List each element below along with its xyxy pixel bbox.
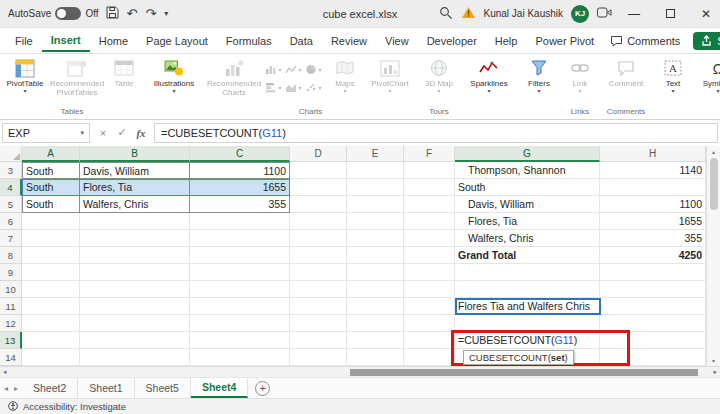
cell[interactable]	[404, 247, 455, 264]
cell-H3[interactable]: 1140	[600, 162, 706, 179]
row-header-12[interactable]: 12	[0, 315, 22, 332]
cell[interactable]	[22, 298, 80, 315]
cell[interactable]	[290, 230, 347, 247]
next-sheet-icon[interactable]: ▸	[14, 384, 18, 393]
recommended-charts-button[interactable]: Recommended Charts	[206, 56, 262, 97]
column-chart-button[interactable]: ▾	[264, 61, 283, 78]
filters-button[interactable]: Filters ▾	[519, 56, 559, 94]
cell[interactable]	[404, 349, 455, 366]
vertical-scrollbar[interactable]: ▴ ▾	[706, 146, 720, 366]
tab-file[interactable]: File	[6, 30, 42, 51]
cell[interactable]	[190, 349, 290, 366]
cell-H7[interactable]: 355	[600, 230, 706, 247]
cell[interactable]	[290, 315, 347, 332]
cell[interactable]	[22, 264, 80, 281]
cell[interactable]	[22, 332, 80, 349]
sparklines-button[interactable]: Sparklines ▾	[463, 56, 515, 94]
cell[interactable]	[600, 315, 706, 332]
insert-function-icon[interactable]: fx	[132, 123, 150, 143]
cell[interactable]	[190, 213, 290, 230]
cell[interactable]	[190, 247, 290, 264]
cell-G7[interactable]: Walfers, Chris	[455, 230, 600, 247]
line-chart-button[interactable]: ▾	[284, 61, 303, 78]
cell[interactable]	[190, 264, 290, 281]
tab-help[interactable]: Help	[486, 30, 527, 51]
search-icon[interactable]	[439, 6, 453, 22]
scroll-right-icon[interactable]: ▸	[713, 368, 717, 376]
row-header-8[interactable]: 8	[0, 247, 22, 264]
row-header-4[interactable]: 4	[0, 179, 22, 196]
row-header-7[interactable]: 7	[0, 230, 22, 247]
cell[interactable]	[22, 315, 80, 332]
maps-button[interactable]: Maps ▾	[325, 56, 365, 94]
row-header-13[interactable]: 13	[0, 332, 22, 349]
horizontal-scroll-thumb[interactable]	[350, 369, 698, 376]
col-header-E[interactable]: E	[347, 146, 404, 162]
cell[interactable]	[404, 281, 455, 298]
cell[interactable]	[600, 298, 706, 315]
cell[interactable]	[600, 281, 706, 298]
cell[interactable]	[347, 332, 404, 349]
cell[interactable]	[347, 230, 404, 247]
cell[interactable]	[404, 162, 455, 179]
cell[interactable]	[404, 315, 455, 332]
cell[interactable]	[80, 264, 190, 281]
tab-developer[interactable]: Developer	[418, 30, 486, 51]
cell[interactable]	[80, 230, 190, 247]
cell[interactable]	[600, 332, 706, 349]
sheet-tab-sheet5[interactable]: Sheet5	[135, 378, 191, 398]
text-button[interactable]: A Text ▾	[655, 56, 691, 94]
recommended-pivottables-button[interactable]: Recommended PivotTables	[48, 56, 106, 97]
cell-G4[interactable]: South	[455, 179, 600, 196]
cell[interactable]	[22, 213, 80, 230]
cell-B3[interactable]: Davis, William	[80, 162, 190, 179]
scroll-up-icon[interactable]: ▴	[712, 148, 715, 155]
col-header-G[interactable]: G	[455, 146, 600, 162]
cell[interactable]	[600, 349, 706, 366]
enter-check-icon[interactable]: ✓	[113, 123, 131, 143]
tab-power-pivot[interactable]: Power Pivot	[526, 30, 603, 51]
cell[interactable]	[80, 349, 190, 366]
cell[interactable]	[80, 332, 190, 349]
tab-home[interactable]: Home	[90, 30, 137, 51]
symbols-button[interactable]: Ω Symbols ▾	[695, 56, 720, 94]
cell[interactable]	[290, 179, 347, 196]
col-header-D[interactable]: D	[290, 146, 347, 162]
cell-G5[interactable]: Davis, William	[455, 196, 600, 213]
accessibility-status[interactable]: Accessibility: Investigate	[23, 401, 126, 412]
formula-input[interactable]: =CUBESETCOUNT(G11)	[154, 123, 718, 143]
cell[interactable]	[22, 230, 80, 247]
cell[interactable]	[455, 315, 600, 332]
undo-icon[interactable]: ↶	[127, 7, 138, 20]
sheet-tab-sheet2[interactable]: Sheet2	[22, 378, 78, 398]
cell[interactable]	[347, 247, 404, 264]
cell[interactable]	[600, 179, 706, 196]
cell[interactable]	[80, 298, 190, 315]
cell[interactable]	[600, 264, 706, 281]
horizontal-scrollbar[interactable]: ◂ ▸	[0, 366, 720, 377]
scroll-down-icon[interactable]: ▾	[712, 357, 715, 364]
close-button[interactable]: ✕	[692, 0, 720, 28]
cell[interactable]	[80, 281, 190, 298]
cell[interactable]	[290, 162, 347, 179]
cell[interactable]	[404, 196, 455, 213]
cell[interactable]	[347, 213, 404, 230]
row-header-10[interactable]: 10	[0, 281, 22, 298]
cell[interactable]	[347, 281, 404, 298]
cell-G13-formula[interactable]: =CUBESETCOUNT(G11)	[455, 332, 600, 349]
sheet-tab-sheet1[interactable]: Sheet1	[78, 378, 134, 398]
cell[interactable]	[80, 247, 190, 264]
row-header-6[interactable]: 6	[0, 213, 22, 230]
cell-C3[interactable]: 1100	[190, 162, 290, 179]
cell[interactable]	[347, 298, 404, 315]
cell[interactable]	[190, 315, 290, 332]
cell[interactable]	[80, 213, 190, 230]
tab-insert[interactable]: Insert	[42, 29, 90, 52]
cell[interactable]	[290, 247, 347, 264]
cell[interactable]	[347, 349, 404, 366]
table-button[interactable]: Table	[106, 56, 142, 88]
cell[interactable]	[404, 332, 455, 349]
tab-data[interactable]: Data	[281, 30, 322, 51]
cell[interactable]	[190, 298, 290, 315]
cell[interactable]	[190, 332, 290, 349]
